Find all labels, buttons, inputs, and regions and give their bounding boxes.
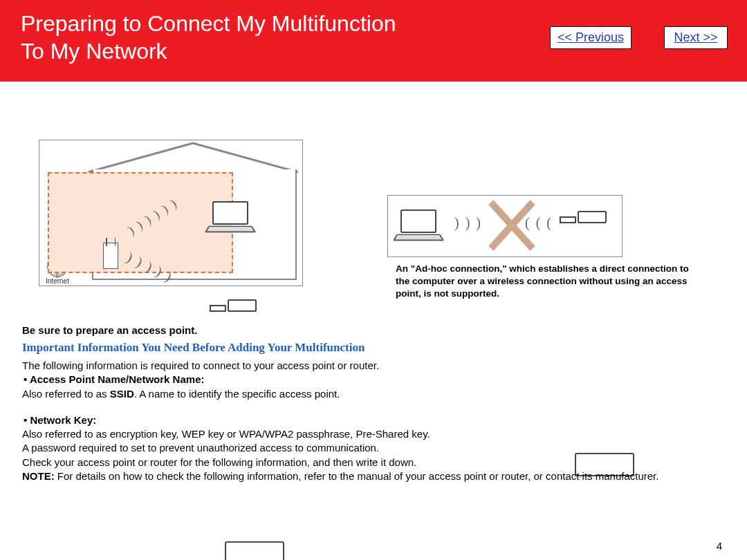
adhoc-caption: An "Ad-hoc connection," which establishe… bbox=[396, 263, 700, 301]
laptop-icon bbox=[207, 201, 254, 232]
ap-name-desc: Also referred to as SSID. A name to iden… bbox=[22, 387, 730, 401]
network-key-line2: A password required to set to prevent un… bbox=[22, 441, 730, 455]
page-title: Preparing to Connect My Multifunction To… bbox=[21, 10, 396, 65]
wireless-wave-icon: ) ) ) bbox=[454, 215, 482, 231]
body-text: Be sure to prepare an access point. Impo… bbox=[22, 324, 730, 483]
previous-button[interactable]: << Previous bbox=[550, 26, 631, 49]
network-key-line3: Check your access point or router for th… bbox=[22, 456, 730, 469]
internet-label: Internet bbox=[44, 277, 71, 285]
content-area: Internet ) ) ) ) ) ) ) ) ) ) ) ) ) ) ( (… bbox=[0, 82, 747, 560]
intro-text: The following information is required to… bbox=[22, 359, 730, 373]
laptop-icon bbox=[395, 209, 442, 240]
wireless-wave-icon: ( ( ( bbox=[525, 215, 553, 231]
title-line-2: To My Network bbox=[21, 39, 167, 64]
prepare-heading: Be sure to prepare an access point. bbox=[22, 324, 730, 337]
note-line: NOTE: For details on how to check the fo… bbox=[22, 469, 730, 483]
ap-name-label: Access Point Name/Network Name: bbox=[24, 373, 730, 386]
header-bar: Preparing to Connect My Multifunction To… bbox=[0, 0, 747, 82]
diagram-infrastructure: Internet ) ) ) ) ) ) ) ) ) ) ) bbox=[39, 140, 303, 286]
important-info-heading: Important Information You Need Before Ad… bbox=[22, 340, 730, 356]
network-key-line1: Also referred to as encryption key, WEP … bbox=[22, 427, 730, 441]
diagram-adhoc-unsupported: ) ) ) ( ( ( bbox=[387, 195, 622, 257]
page-number: 4 bbox=[717, 540, 722, 552]
access-point-icon bbox=[103, 243, 118, 269]
next-button[interactable]: Next >> bbox=[664, 26, 728, 49]
printer-icon bbox=[553, 211, 609, 243]
title-line-1: Preparing to Connect My Multifunction bbox=[21, 11, 396, 36]
network-key-label: Network Key: bbox=[24, 413, 730, 427]
